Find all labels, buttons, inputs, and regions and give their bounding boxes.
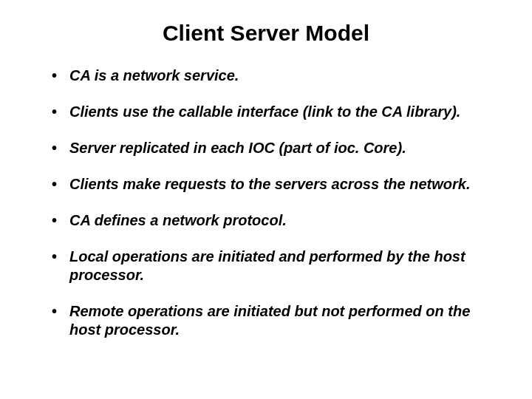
list-item: CA defines a network protocol. (44, 211, 488, 230)
list-item: Local operations are initiated and perfo… (44, 248, 488, 284)
slide-title: Client Server Model (44, 21, 488, 46)
list-item: Remote operations are initiated but not … (44, 302, 488, 339)
list-item: Server replicated in each IOC (part of i… (44, 139, 488, 157)
bullet-list: CA is a network service. Clients use the… (44, 66, 488, 339)
list-item: Clients use the callable interface (link… (44, 103, 488, 121)
slide: Client Server Model CA is a network serv… (0, 0, 532, 399)
list-item: Clients make requests to the servers acr… (44, 175, 488, 194)
list-item: CA is a network service. (44, 66, 488, 85)
